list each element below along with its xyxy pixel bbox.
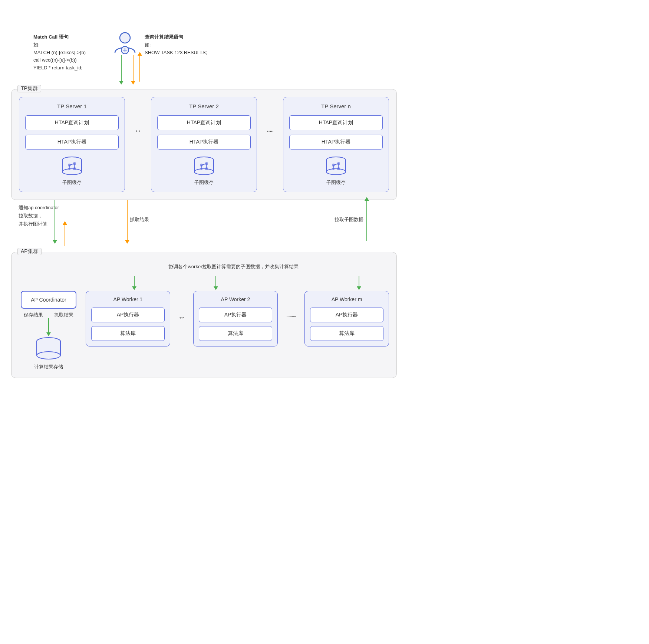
tp-servern-title: TP Server n	[321, 103, 351, 109]
arrow-fetch-result-down	[127, 200, 128, 241]
tp-server1-db: 子图缓存	[59, 155, 85, 186]
tp-server2-cache-label: 子图缓存	[194, 179, 214, 186]
coord-to-workers-arrows	[19, 276, 389, 287]
ap-cluster: AP集群 协调各个worker拉取图计算需要的子图数据，并收集计算结果 AP C…	[11, 252, 397, 378]
ap-worker1-title: AP Worker 1	[113, 296, 143, 302]
notify-line3: 并执行图计算	[19, 220, 59, 228]
tp-server1-title: TP Server 1	[57, 103, 87, 109]
ap-worker1-executor: AP执行器	[91, 308, 165, 322]
tp-servern-db: 子图缓存	[323, 155, 349, 186]
tp-servern-htap-plan: HTAP查询计划	[289, 115, 383, 130]
user-icon	[112, 30, 138, 56]
tp-server2-htap-executor: HTAP执行器	[157, 135, 251, 150]
svg-point-45	[37, 352, 60, 359]
arrow-green-to-tp	[121, 55, 122, 82]
ap-workers-row: AP Worker 1 AP执行器 算法库 ↔ AP Worker 2 AP执行…	[86, 291, 389, 346]
notify-label: 通知ap coordinator 拉取数据， 并执行图计算	[19, 204, 59, 228]
ap-main-row: AP Coordinator 保存结果 抓取结果	[19, 291, 389, 370]
tp-server-2: TP Server 2 HTAP查询计划 HTAP执行器	[151, 97, 257, 192]
arrow-fetch-subgraph-up	[366, 200, 367, 241]
arrow-to-workerm	[359, 276, 359, 287]
ap-arrow-1-2: ↔	[176, 291, 187, 322]
fetch-result-ap-label: 抓取结果	[54, 312, 73, 318]
match-call-example: 如:	[33, 41, 86, 49]
ap-storage: 计算结果存储	[34, 336, 63, 370]
tp-server-n: TP Server n HTAP查询计划 HTAP执行器	[283, 97, 389, 192]
notify-line1: 通知ap coordinator	[19, 204, 59, 212]
tp-server1-htap-plan: HTAP查询计划	[25, 115, 119, 130]
tp-servers-row: TP Server 1 HTAP查询计划 HTAP执行器	[19, 97, 389, 192]
svg-point-32	[326, 169, 346, 175]
ap-worker-m: AP Worker m AP执行器 算法库	[304, 291, 389, 346]
tp-arrow-1-2: ↔	[132, 97, 144, 135]
ap-cluster-label: AP集群	[17, 248, 42, 255]
match-call-line2: call wcc((n)-[e]->(b))	[33, 56, 86, 64]
ap-worker2-title: AP Worker 2	[221, 296, 250, 302]
notify-line2: 拉取数据，	[19, 212, 59, 220]
arrow-to-worker1	[134, 276, 135, 287]
arrow-to-storage	[48, 318, 49, 333]
svg-point-19	[194, 169, 214, 175]
ap-workerm-title: AP Worker m	[332, 296, 362, 302]
arrow-to-worker2	[215, 276, 216, 287]
svg-point-6	[62, 169, 82, 175]
tp-server1-htap-executor: HTAP执行器	[25, 135, 119, 150]
match-call-line3: YIELD * return task_id;	[33, 64, 86, 72]
tp-servern-htap-executor: HTAP执行器	[289, 135, 383, 150]
query-result-example: 如:	[145, 41, 207, 49]
arrow-orange-return	[139, 55, 140, 82]
tp-cluster: TP集群 TP Server 1 HTAP查询计划 HTAP执行器	[11, 89, 397, 200]
tp-server-1: TP Server 1 HTAP查询计划 HTAP执行器	[19, 97, 125, 192]
svg-point-0	[120, 33, 130, 43]
ap-worker1-algorithm: 算法库	[91, 326, 165, 341]
ap-worker-1: AP Worker 1 AP执行器 算法库	[86, 291, 170, 346]
ap-worker-2: AP Worker 2 AP执行器 算法库	[193, 291, 278, 346]
arrow-notify-down	[55, 200, 55, 241]
arrow-storage-fetch	[65, 224, 65, 246]
ap-workerm-algorithm: 算法库	[310, 326, 383, 341]
tp-server1-cache-label: 子图缓存	[62, 179, 82, 186]
ap-worker2-executor: AP执行器	[199, 308, 272, 322]
query-result-label: 查询计算结果语句 如: SHOW TASK 123 RESULTS;	[145, 33, 207, 56]
ap-coordinator-desc: 协调各个worker拉取图计算需要的子图数据，并收集计算结果	[19, 263, 389, 270]
tp-server2-title: TP Server 2	[189, 103, 219, 109]
match-call-label: Match Call 语句 如: MATCH (n)-[e:likes]->(b…	[33, 33, 86, 72]
ap-left-section: AP Coordinator 保存结果 抓取结果	[19, 291, 78, 370]
query-result-title: 查询计算结果语句	[145, 33, 207, 41]
ap-coordinator-box: AP Coordinator	[21, 291, 76, 309]
ap-worker2-algorithm: 算法库	[199, 326, 272, 341]
user-svg	[112, 30, 138, 56]
middle-section: 通知ap coordinator 拉取数据， 并执行图计算 抓取结果 拉取子图数…	[11, 200, 397, 248]
arrow-orange-to-tp	[133, 55, 134, 82]
tp-servern-cache-label: 子图缓存	[326, 179, 346, 186]
tp-server2-htap-plan: HTAP查询计划	[157, 115, 251, 130]
fetch-result-label: 抓取结果	[130, 216, 149, 223]
tp-cluster-label: TP集群	[17, 85, 41, 92]
match-call-title: Match Call 语句	[33, 33, 86, 41]
match-call-line1: MATCH (n)-[e:likes]->(b)	[33, 49, 86, 57]
storage-label: 计算结果存储	[34, 364, 63, 370]
tp-arrow-2-n: ·····	[264, 97, 276, 135]
fetch-subgraph-label: 拉取子图数据	[335, 216, 363, 223]
top-section: Match Call 语句 如: MATCH (n)-[e:likes]->(b…	[11, 11, 397, 85]
ap-left-labels: 保存结果 抓取结果	[24, 312, 73, 318]
diagram-wrapper: Match Call 语句 如: MATCH (n)-[e:likes]->(b…	[11, 11, 397, 378]
ap-arrow-2-m: ·········	[284, 291, 299, 319]
query-result-line1: SHOW TASK 123 RESULTS;	[145, 49, 207, 57]
tp-server2-db: 子图缓存	[191, 155, 217, 186]
ap-workerm-executor: AP执行器	[310, 308, 383, 322]
save-result-label: 保存结果	[24, 312, 43, 318]
